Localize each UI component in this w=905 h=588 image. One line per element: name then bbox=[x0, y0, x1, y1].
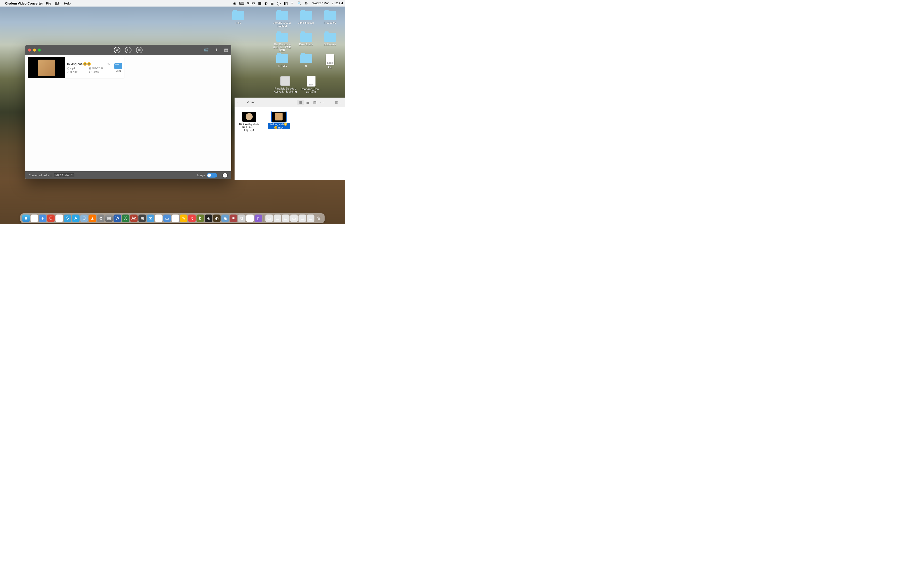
status-icon[interactable]: ☰ bbox=[270, 1, 274, 5]
close-button[interactable] bbox=[28, 49, 31, 52]
dock-files[interactable]: ▭ bbox=[164, 215, 171, 222]
queue-icon[interactable]: ▤ bbox=[224, 47, 228, 53]
desktop-folder[interactable]: Softwares bbox=[318, 33, 342, 53]
status-icon[interactable]: ◉ bbox=[233, 1, 236, 5]
dock-launchpad[interactable]: ▦ bbox=[105, 215, 113, 222]
dock-recent[interactable]: ▭ bbox=[282, 215, 290, 222]
dock-settings[interactable]: ⚙ bbox=[97, 215, 105, 222]
dock-quicktime[interactable]: Q bbox=[81, 215, 88, 222]
view-columns[interactable]: ▥ bbox=[311, 100, 318, 105]
menu-help[interactable]: Help bbox=[64, 2, 71, 5]
output-format-select[interactable]: MP3 Audio bbox=[54, 173, 75, 177]
zoom-button[interactable] bbox=[38, 49, 41, 52]
dock-recent[interactable]: ▭ bbox=[274, 215, 281, 222]
desktop-folder[interactable]: Arcane (2021) [1080p] bbox=[270, 11, 294, 32]
dock-recent[interactable]: ▭ bbox=[265, 215, 273, 222]
dock-recent[interactable]: ▭ bbox=[298, 215, 306, 222]
dock-reminders[interactable]: ≡ bbox=[172, 215, 179, 222]
titlebar[interactable]: ⟳ ⊙ ✲ 🛒 🌡 ▤ bbox=[25, 45, 231, 55]
wifi-icon[interactable]: ᯤ bbox=[291, 1, 294, 5]
dock-skype[interactable]: S bbox=[64, 215, 71, 222]
minimize-button[interactable] bbox=[33, 49, 36, 52]
view-icons[interactable]: ▦ bbox=[297, 100, 304, 105]
dock-app[interactable]: ⧉ bbox=[238, 215, 246, 222]
view-list[interactable]: ≣ bbox=[305, 100, 311, 105]
dock-recent[interactable]: ▭ bbox=[291, 215, 298, 222]
dock-recent[interactable]: ▭ bbox=[307, 215, 314, 222]
desktop-label: Freelance bbox=[324, 21, 336, 24]
battery-icon[interactable]: ▮▯ bbox=[284, 1, 288, 5]
menubar-time[interactable]: 7:12 AM bbox=[332, 2, 343, 5]
desktop-file[interactable]: Parallels Desktop Activati…Tool.dmg bbox=[272, 76, 299, 97]
dock-excel[interactable]: X bbox=[122, 215, 129, 222]
dock-app[interactable]: ◉ bbox=[221, 215, 229, 222]
finder-window: ‹ › Video ▦ ≣ ▥ ▭ ▦ ⌄ Rick Astley Gets R… bbox=[235, 98, 345, 180]
dock-trash[interactable]: 🗑 bbox=[315, 215, 323, 222]
search-icon[interactable]: 🔍 bbox=[297, 1, 302, 5]
dock-photos[interactable]: ✿ bbox=[246, 215, 254, 222]
status-icon[interactable]: ▦ bbox=[258, 1, 262, 5]
dock-app[interactable]: ▯ bbox=[255, 215, 262, 222]
dock-app[interactable]: b bbox=[197, 215, 204, 222]
thermometer-icon[interactable]: 🌡 bbox=[214, 47, 219, 53]
app-name[interactable]: Cisdem Video Converter bbox=[5, 2, 43, 5]
status-icon[interactable]: ◐ bbox=[264, 1, 267, 5]
desktop-label: Parallels Desktop Activati…Tool.dmg bbox=[272, 87, 299, 93]
desktop-folder[interactable]: The Complete Google…PAID FOR bbox=[270, 33, 294, 53]
dock-calculator[interactable]: ⊞ bbox=[138, 215, 146, 222]
convert-button[interactable]: ⟳ bbox=[222, 173, 228, 178]
dock-calendar[interactable]: 27 bbox=[155, 215, 163, 222]
rip-tab-icon[interactable]: ✲ bbox=[136, 47, 143, 53]
folder-icon bbox=[276, 11, 288, 20]
dock-dictionary[interactable]: Aa bbox=[130, 215, 138, 222]
dock-mail[interactable]: ✉ bbox=[147, 215, 154, 222]
download-tab-icon[interactable]: ⊙ bbox=[125, 47, 132, 53]
dock-safari[interactable]: ◎ bbox=[31, 215, 38, 222]
dock-app[interactable]: ◐ bbox=[213, 215, 221, 222]
user-icon[interactable]: ◯ bbox=[277, 1, 281, 5]
finder-file[interactable]: Rick Astley Gets Rick Roll…lol).mp4 bbox=[238, 112, 260, 132]
merge-toggle[interactable] bbox=[206, 173, 217, 178]
desktop: Cisdem Video Converter File Edit Help ◉ … bbox=[0, 0, 345, 224]
finder-body[interactable]: Rick Astley Gets Rick Roll…lol).mp4 talk… bbox=[235, 107, 345, 180]
desktop-folder[interactable]: Downloads bbox=[294, 33, 318, 53]
desktop-folder[interactable]: 1. BMG bbox=[270, 54, 294, 75]
video-thumbnail-icon bbox=[242, 112, 256, 122]
desktop-folder[interactable]: Freelance bbox=[318, 11, 342, 32]
desktop-label: 1. BMG bbox=[278, 64, 287, 67]
desktop-folder[interactable]: Jibril Backup bbox=[294, 11, 318, 32]
forward-button[interactable]: › bbox=[241, 100, 242, 104]
convert-tab-icon[interactable]: ⟳ bbox=[114, 47, 121, 53]
view-gallery[interactable]: ▭ bbox=[319, 100, 325, 105]
video-thumbnail-icon bbox=[272, 112, 286, 122]
dock-app[interactable]: ◈ bbox=[205, 215, 213, 222]
menubar-date[interactable]: Wed 27 Mar bbox=[313, 2, 329, 5]
cart-icon[interactable]: 🛒 bbox=[204, 47, 210, 53]
edit-icon[interactable]: ✎ bbox=[107, 62, 110, 66]
desktop-file[interactable]: DOCXPW bbox=[318, 54, 342, 75]
menu-edit[interactable]: Edit bbox=[55, 2, 60, 5]
desktop-folder[interactable]: Halo bbox=[226, 11, 250, 32]
converter-body[interactable]: talking cat-😆😆 ✎ mp4 720x1280 00:00:10 1… bbox=[25, 55, 231, 171]
folder-icon bbox=[300, 11, 312, 20]
back-button[interactable]: ‹ bbox=[238, 100, 238, 104]
dock-edge[interactable]: e bbox=[39, 215, 46, 222]
group-menu[interactable]: ▦ ⌄ bbox=[335, 100, 342, 104]
dock-opera[interactable]: O bbox=[47, 215, 55, 222]
video-item[interactable]: talking cat-😆😆 ✎ mp4 720x1280 00:00:10 1… bbox=[28, 57, 124, 78]
dock-finder[interactable]: ☻ bbox=[22, 215, 30, 222]
output-format[interactable]: MP3 bbox=[112, 63, 124, 73]
dock-word[interactable]: W bbox=[114, 215, 121, 222]
desktop-file[interactable]: RTFRead-me_Про…меня.rtf bbox=[299, 76, 323, 97]
dock-music[interactable]: ♫ bbox=[188, 215, 196, 222]
dock-app[interactable]: ■ bbox=[230, 215, 237, 222]
finder-file-selected[interactable]: talking cat-😆😆.mp4 bbox=[268, 112, 290, 129]
dock-chrome[interactable]: ◉ bbox=[56, 215, 63, 222]
dock-appstore[interactable]: A bbox=[72, 215, 80, 222]
control-center-icon[interactable]: ⚙ bbox=[305, 1, 308, 5]
keyboard-icon[interactable]: ⌨ bbox=[239, 1, 244, 5]
dock-vlc[interactable]: ▲ bbox=[89, 215, 96, 222]
menu-file[interactable]: File bbox=[46, 2, 51, 5]
desktop-folder[interactable]: 0 bbox=[294, 54, 318, 75]
dock-notes[interactable]: ✎ bbox=[180, 215, 187, 222]
